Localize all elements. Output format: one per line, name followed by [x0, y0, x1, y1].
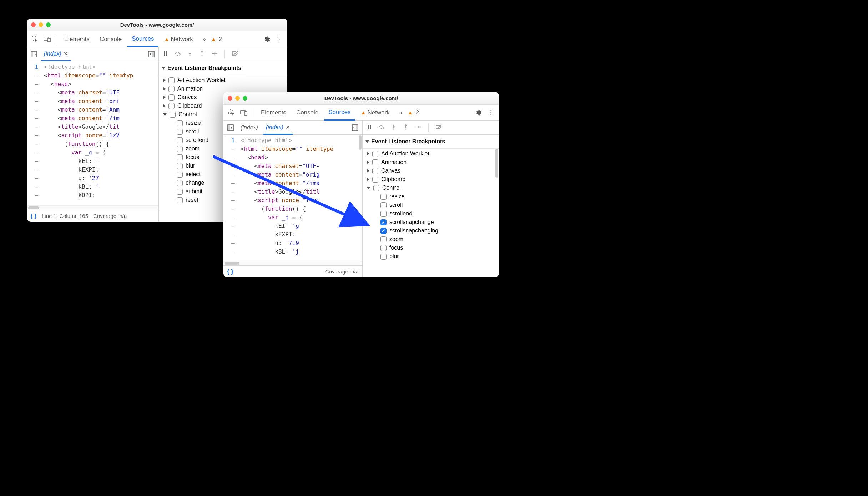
bp-category-animation[interactable]: Animation: [365, 158, 499, 167]
pretty-print-icon[interactable]: { }: [227, 268, 233, 275]
bp-category-canvas[interactable]: Canvas: [365, 167, 499, 175]
event-listener-breakpoints-header[interactable]: Event Listener Breakpoints: [159, 63, 287, 73]
device-toggle-icon[interactable]: [238, 107, 249, 118]
code-line[interactable]: kOPI:: [42, 191, 133, 200]
code-line[interactable]: kEXPI:: [239, 230, 333, 239]
bp-item-scroll[interactable]: scroll: [365, 201, 499, 209]
toggle-navigator-icon[interactable]: [29, 49, 39, 59]
event-listener-breakpoints-header[interactable]: Event Listener Breakpoints: [363, 137, 499, 146]
code-line[interactable]: <html itemscope="" itemtype: [239, 145, 333, 153]
bp-category-clipboard[interactable]: Clipboard: [365, 175, 499, 184]
checkbox[interactable]: [372, 177, 378, 183]
checkbox[interactable]: [380, 245, 387, 251]
checkbox[interactable]: [380, 254, 387, 260]
code-line[interactable]: <meta charset="UTF-: [239, 162, 333, 170]
file-tab-index-2[interactable]: (index) ✕: [263, 121, 293, 135]
code-line[interactable]: <title>Google</tit: [42, 123, 133, 131]
tab-sources[interactable]: Sources: [127, 31, 158, 47]
bp-category-ad-auction-worklet[interactable]: Ad Auction Worklet: [365, 149, 499, 158]
bp-item-scrollsnapchanging[interactable]: ✓scrollsnapchanging: [365, 226, 499, 235]
close-icon[interactable]: ✕: [286, 124, 290, 131]
file-tab-index-1[interactable]: (index): [238, 121, 261, 135]
code-line[interactable]: <script nonce="Y4ni: [239, 196, 333, 205]
close-window-icon[interactable]: [228, 96, 232, 101]
checkbox[interactable]: [372, 168, 378, 174]
tab-console[interactable]: Console: [292, 105, 323, 121]
pause-icon[interactable]: [162, 51, 170, 57]
code-line[interactable]: <meta content="/im: [42, 114, 133, 123]
checkbox[interactable]: [372, 159, 378, 165]
code-line[interactable]: (function() {: [42, 140, 133, 148]
checkbox[interactable]: [177, 146, 183, 152]
code-line[interactable]: kEXPI:: [42, 165, 133, 174]
code-line[interactable]: <title>Google</titl: [239, 188, 333, 196]
checkbox[interactable]: [177, 120, 183, 126]
minimize-window-icon[interactable]: [235, 96, 240, 101]
bp-category-control[interactable]: Control: [365, 184, 499, 192]
checkbox[interactable]: [372, 151, 378, 157]
toggle-debugger-icon[interactable]: [350, 123, 360, 133]
checkbox[interactable]: [380, 194, 387, 200]
code-line[interactable]: <meta charset="UTF: [42, 88, 133, 97]
code-line[interactable]: <!doctype html>: [42, 63, 133, 71]
step-over-icon[interactable]: [174, 51, 182, 57]
bp-item-blur[interactable]: blur: [365, 252, 499, 261]
minimize-window-icon[interactable]: [39, 22, 43, 27]
checkbox[interactable]: [177, 129, 183, 135]
settings-icon[interactable]: [473, 107, 484, 118]
step-over-icon[interactable]: [378, 124, 385, 131]
checkbox[interactable]: [380, 236, 387, 242]
checkbox[interactable]: [380, 202, 387, 208]
vertical-scrollbar[interactable]: [495, 149, 498, 178]
deactivate-breakpoints-icon[interactable]: [435, 124, 443, 131]
kebab-menu-icon[interactable]: ⋮: [274, 34, 284, 45]
checkbox[interactable]: [168, 77, 175, 83]
tab-sources[interactable]: Sources: [324, 105, 355, 121]
step-into-icon[interactable]: [390, 124, 398, 131]
horizontal-scrollbar[interactable]: [223, 261, 362, 265]
code-line[interactable]: kBL: ': [42, 183, 133, 191]
code-line[interactable]: <head>: [239, 153, 333, 162]
code-line[interactable]: kEI: 'g: [239, 222, 333, 230]
pause-icon[interactable]: [365, 124, 373, 131]
checkbox[interactable]: [168, 86, 175, 92]
checkbox[interactable]: [177, 180, 183, 186]
checkbox[interactable]: [177, 154, 183, 160]
step-icon[interactable]: [414, 124, 422, 131]
tab-elements[interactable]: Elements: [257, 105, 291, 121]
step-icon[interactable]: [210, 51, 218, 57]
code-line[interactable]: <head>: [42, 80, 133, 88]
pretty-print-icon[interactable]: { }: [30, 213, 37, 220]
code-line[interactable]: u: '719: [239, 239, 333, 247]
bp-item-resize[interactable]: resize: [365, 192, 499, 201]
maximize-window-icon[interactable]: [243, 96, 247, 101]
code-line[interactable]: (function() {: [239, 205, 333, 213]
code-line[interactable]: var _g = {: [239, 213, 333, 222]
bp-category-ad-auction-worklet[interactable]: Ad Auction Worklet: [162, 76, 287, 85]
more-tabs-icon[interactable]: »: [395, 107, 406, 118]
code-line[interactable]: <meta content="/ima: [239, 179, 333, 188]
close-window-icon[interactable]: [31, 22, 36, 27]
bp-item-focus[interactable]: focus: [365, 244, 499, 252]
step-into-icon[interactable]: [186, 51, 194, 57]
checkbox[interactable]: ✓: [380, 228, 387, 234]
tab-console[interactable]: Console: [95, 31, 126, 47]
checkbox[interactable]: [177, 163, 183, 169]
code-line[interactable]: var _g = {: [42, 148, 133, 157]
code-line[interactable]: <meta content="Anm: [42, 106, 133, 114]
close-icon[interactable]: ✕: [64, 51, 68, 57]
code-line[interactable]: <!doctype html>: [239, 136, 333, 145]
toggle-debugger-icon[interactable]: [146, 49, 156, 59]
code-line[interactable]: kBL: 'j: [239, 247, 333, 256]
horizontal-scrollbar[interactable]: [27, 205, 158, 210]
toggle-navigator-icon[interactable]: [226, 123, 236, 133]
vertical-scrollbar[interactable]: [359, 135, 362, 150]
checkbox[interactable]: [177, 189, 183, 195]
code-line[interactable]: kEI: ': [42, 157, 133, 165]
checkbox[interactable]: [177, 137, 183, 143]
code-editor[interactable]: 1——————————————— <!doctype html><html it…: [27, 61, 158, 205]
maximize-window-icon[interactable]: [46, 22, 51, 27]
code-line[interactable]: u: '27: [42, 174, 133, 183]
bp-item-zoom[interactable]: zoom: [365, 235, 499, 244]
bp-item-scrollsnapchange[interactable]: ✓scrollsnapchange: [365, 218, 499, 226]
